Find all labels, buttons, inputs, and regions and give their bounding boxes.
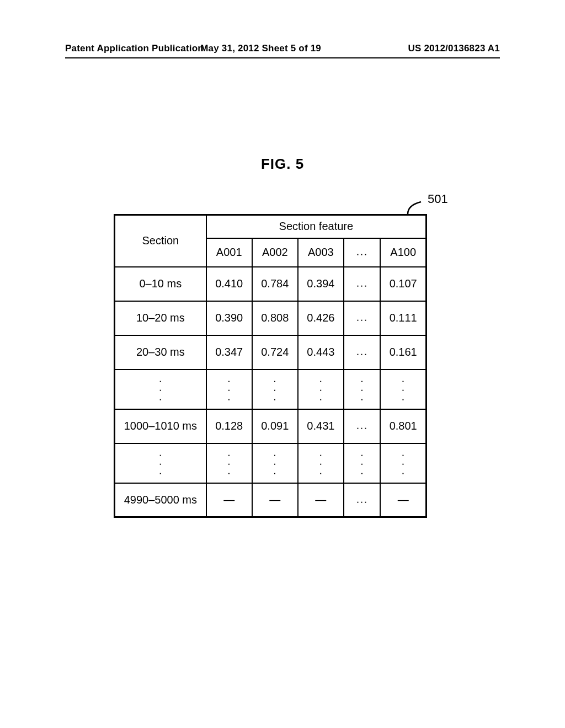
cell-vdots bbox=[344, 443, 380, 483]
cell-vdots bbox=[206, 443, 252, 483]
cell-value: 0.111 bbox=[380, 301, 426, 335]
cell-value: 0.443 bbox=[298, 335, 344, 370]
callout-leader-line bbox=[407, 200, 422, 215]
cell-value: 0.431 bbox=[298, 409, 344, 443]
cell-value: 0.801 bbox=[380, 409, 426, 443]
col-header-a002: A002 bbox=[252, 238, 298, 267]
table-row: 1000–1010 ms 0.128 0.091 0.431 0.801 bbox=[115, 409, 427, 443]
col-header-a003: A003 bbox=[298, 238, 344, 267]
cell-value: 0.091 bbox=[252, 409, 298, 443]
cell-vdots bbox=[252, 370, 298, 409]
cell-section: 0–10 ms bbox=[115, 267, 206, 301]
cell-ellipsis bbox=[344, 301, 380, 335]
cell-dash bbox=[206, 483, 252, 517]
cell-value: 0.410 bbox=[206, 267, 252, 301]
table-row-vdots bbox=[115, 443, 427, 483]
cell-value: 0.347 bbox=[206, 335, 252, 370]
cell-vdots bbox=[206, 370, 252, 409]
cell-vdots bbox=[115, 443, 206, 483]
cell-vdots bbox=[298, 443, 344, 483]
col-header-ellipsis bbox=[344, 238, 380, 267]
table-row: 0–10 ms 0.410 0.784 0.394 0.107 bbox=[115, 267, 427, 301]
page-header: Patent Application Publication May 31, 2… bbox=[0, 43, 565, 54]
cell-ellipsis bbox=[344, 335, 380, 370]
table-row: 10–20 ms 0.390 0.808 0.426 0.111 bbox=[115, 301, 427, 335]
cell-vdots bbox=[115, 370, 206, 409]
cell-vdots bbox=[298, 370, 344, 409]
cell-value: 0.808 bbox=[252, 301, 298, 335]
cell-value: 0.107 bbox=[380, 267, 426, 301]
col-header-a100: A100 bbox=[380, 238, 426, 267]
cell-value: 0.128 bbox=[206, 409, 252, 443]
cell-value: 0.426 bbox=[298, 301, 344, 335]
cell-section: 20–30 ms bbox=[115, 335, 206, 370]
cell-vdots bbox=[344, 370, 380, 409]
cell-vdots bbox=[380, 443, 426, 483]
cell-value: 0.390 bbox=[206, 301, 252, 335]
cell-vdots bbox=[252, 443, 298, 483]
cell-value: 0.394 bbox=[298, 267, 344, 301]
col-group-header: Section feature bbox=[206, 215, 427, 238]
cell-value: 0.784 bbox=[252, 267, 298, 301]
cell-value: 0.724 bbox=[252, 335, 298, 370]
section-feature-table: Section Section feature A001 A002 A003 A… bbox=[114, 214, 427, 518]
cell-vdots bbox=[380, 370, 426, 409]
header-publication-type: Patent Application Publication bbox=[65, 43, 204, 54]
row-header-section: Section bbox=[115, 215, 206, 267]
cell-ellipsis bbox=[344, 267, 380, 301]
cell-value: 0.161 bbox=[380, 335, 426, 370]
cell-section: 10–20 ms bbox=[115, 301, 206, 335]
figure-label: FIG. 5 bbox=[0, 156, 565, 173]
header-date-sheet: May 31, 2012 Sheet 5 of 19 bbox=[200, 43, 321, 54]
table-row-vdots bbox=[115, 370, 427, 409]
callout-reference-number: 501 bbox=[428, 192, 448, 206]
cell-dash bbox=[298, 483, 344, 517]
cell-dash bbox=[380, 483, 426, 517]
table-row: 4990–5000 ms bbox=[115, 483, 427, 517]
cell-section: 4990–5000 ms bbox=[115, 483, 206, 517]
cell-ellipsis bbox=[344, 483, 380, 517]
cell-ellipsis bbox=[344, 409, 380, 443]
cell-dash bbox=[252, 483, 298, 517]
header-rule bbox=[65, 57, 500, 58]
col-header-a001: A001 bbox=[206, 238, 252, 267]
table-row: 20–30 ms 0.347 0.724 0.443 0.161 bbox=[115, 335, 427, 370]
header-publication-number: US 2012/0136823 A1 bbox=[408, 43, 500, 54]
cell-section: 1000–1010 ms bbox=[115, 409, 206, 443]
